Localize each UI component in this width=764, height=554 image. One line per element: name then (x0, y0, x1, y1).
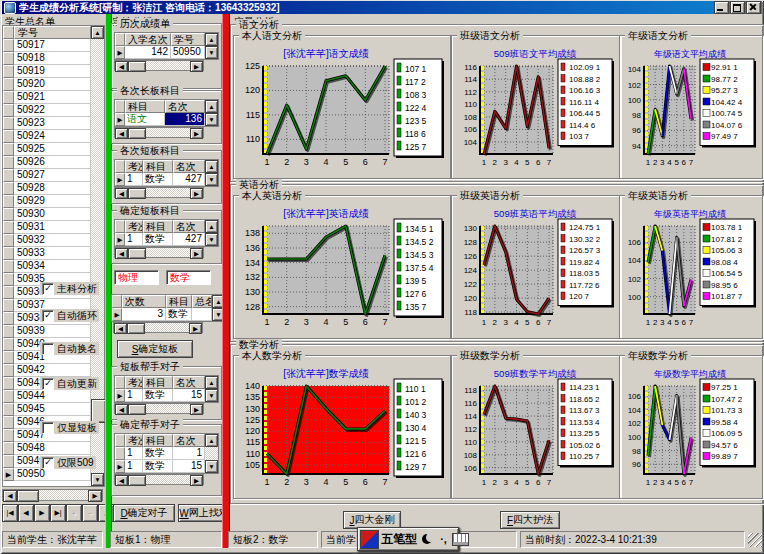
svg-text:123 5: 123 5 (405, 116, 427, 126)
svg-text:140: 140 (245, 381, 260, 391)
student-row[interactable]: 50942 (3, 364, 91, 377)
student-row[interactable]: 50934 (3, 260, 91, 273)
ime-fullwidth-moon-icon[interactable] (419, 530, 435, 548)
student-row[interactable]: 50928 (3, 182, 91, 195)
student-row[interactable]: 50923 (3, 117, 91, 130)
minimize-button[interactable] (714, 1, 729, 14)
ime-mode-label[interactable]: 五笔型 (381, 531, 417, 548)
checkbox-auto-rename[interactable]: 自动换名 (40, 342, 99, 355)
checkbox-main-subject-analysis[interactable]: ✓主科分析 (40, 282, 99, 295)
student-id-header[interactable]: 学号 (14, 26, 91, 39)
find-pair-online-button[interactable]: W网上找对子 (178, 504, 222, 522)
svg-text:[张沈芊芊]英语成绩: [张沈芊芊]英语成绩 (283, 208, 369, 219)
svg-text:125 7: 125 7 (405, 142, 427, 152)
svg-text:4: 4 (514, 478, 519, 487)
student-vscrollbar[interactable]: ▲ ▼ (91, 26, 104, 486)
short-subject-2-field[interactable]: 数学 (166, 270, 211, 285)
splitter-red[interactable] (222, 14, 230, 548)
scroll-thumb[interactable] (17, 490, 39, 502)
scroll-up-icon[interactable]: ▲ (205, 33, 218, 46)
student-hscrollbar[interactable]: ◀ ▶ (2, 489, 103, 501)
student-row[interactable]: 50929 (3, 195, 91, 208)
hscrollbar[interactable]: ◀▶ (114, 127, 204, 138)
student-row[interactable]: 50927 (3, 169, 91, 182)
student-row[interactable]: 50918 (3, 52, 91, 65)
svg-text:98.08 4: 98.08 4 (711, 258, 738, 267)
grade-math-box: 年级数学分析 96981001021041061234567年级数学平均成绩97… (619, 355, 763, 499)
svg-text:1: 1 (482, 478, 487, 487)
hscrollbar[interactable]: ◀▶ (114, 247, 204, 258)
svg-text:114: 114 (464, 75, 477, 84)
svg-text:104.07 6: 104.07 6 (711, 121, 743, 130)
student-row[interactable]: 50945 (3, 403, 91, 416)
scroll-right-icon[interactable]: ▶ (88, 490, 102, 502)
student-row[interactable]: 50917 (3, 39, 91, 52)
student-row[interactable]: 50948 (3, 442, 91, 455)
checkbox-only-509[interactable]: ✓仅限509 (40, 456, 96, 469)
svg-text:7: 7 (689, 478, 694, 487)
nav-button-4[interactable]: + (66, 504, 82, 522)
svg-text:5: 5 (343, 477, 348, 487)
student-row[interactable]: 50932 (3, 234, 91, 247)
student-row[interactable]: 50931 (3, 221, 91, 234)
scroll-thumb[interactable] (91, 399, 106, 423)
checkbox-auto-update[interactable]: ✓自动更新 (40, 377, 99, 390)
student-row[interactable]: 50922 (3, 104, 91, 117)
student-row[interactable]: 50919 (3, 65, 91, 78)
svg-text:122 4: 122 4 (405, 103, 427, 113)
student-row[interactable]: 50924 (3, 130, 91, 143)
grade-chinese-chart: 9496981001021041234567年级语文平均成绩92.91 198.… (623, 46, 757, 172)
svg-text:6: 6 (682, 158, 687, 167)
student-row[interactable]: 50930 (3, 208, 91, 221)
scroll-track[interactable] (91, 39, 104, 473)
svg-text:125: 125 (245, 415, 260, 425)
nav-button-0[interactable]: |◀ (2, 504, 18, 522)
confirm-short-button[interactable]: S确定短板 (117, 340, 193, 358)
student-row[interactable]: 50925 (3, 143, 91, 156)
student-row[interactable]: 50921 (3, 91, 91, 104)
svg-text:106.09 5: 106.09 5 (711, 429, 743, 438)
svg-text:2: 2 (653, 318, 658, 327)
ime-keyboard-icon[interactable] (452, 533, 469, 546)
nav-button-1[interactable]: ◀ (18, 504, 34, 522)
long-subjects-groupbox: 各次长板科目 科目名次 ▶语文136 ▲▼ ◀▶ (111, 90, 222, 144)
student-row[interactable]: 50939 (3, 325, 91, 338)
hscrollbar[interactable]: ◀▶ (114, 187, 204, 198)
ime-punctuation-icon[interactable]: ·, (437, 533, 450, 545)
checkbox-only-shortboard[interactable]: 仅显短板 (40, 421, 99, 434)
student-row[interactable]: 50920 (3, 78, 91, 91)
scroll-up-icon[interactable]: ▲ (91, 26, 104, 39)
svg-text:7: 7 (547, 478, 552, 487)
scroll-down-icon[interactable]: ▼ (205, 46, 218, 59)
four-guardians-button[interactable]: F四大护法 (500, 511, 560, 529)
student-row[interactable]: 50933 (3, 247, 91, 260)
svg-text:7: 7 (547, 158, 552, 167)
hscrollbar[interactable]: ◀▶ (114, 474, 204, 485)
nav-button-2[interactable]: ▶ (34, 504, 50, 522)
student-row[interactable]: ▶50950 (3, 468, 91, 481)
ime-logo-icon[interactable] (360, 530, 379, 549)
close-button[interactable] (746, 1, 761, 14)
short-subject-1-field[interactable]: 物理 (114, 270, 159, 285)
scroll-down-icon[interactable]: ▼ (91, 473, 104, 486)
svg-text:106: 106 (628, 238, 642, 247)
student-row[interactable]: 50926 (3, 156, 91, 169)
hscrollbar[interactable]: ◀▶ (114, 403, 204, 414)
scroll-left-icon[interactable]: ◀ (3, 490, 17, 502)
svg-text:127 6: 127 6 (405, 289, 427, 299)
nav-button-5[interactable]: − (82, 504, 98, 522)
svg-text:119.82 4: 119.82 4 (569, 258, 600, 267)
short-subjects-grid: 考次科目名次 ▶1数学427 ▲▼ (114, 159, 219, 187)
svg-text:120: 120 (245, 85, 260, 95)
resize-grip[interactable] (748, 533, 762, 547)
checkbox-auto-cycle[interactable]: ✓自动循环 (40, 309, 99, 322)
confirm-pair-button[interactable]: D确定对子 (113, 504, 175, 522)
student-row[interactable]: 50944 (3, 390, 91, 403)
hscrollbar[interactable]: ◀▶ (114, 60, 204, 71)
svg-text:132: 132 (245, 272, 260, 282)
hscrollbar[interactable]: ◀▶ (113, 322, 203, 333)
maximize-button[interactable] (730, 1, 745, 14)
svg-text:3: 3 (503, 478, 508, 487)
nav-button-3[interactable]: ▶| (50, 504, 66, 522)
svg-text:3: 3 (503, 158, 508, 167)
